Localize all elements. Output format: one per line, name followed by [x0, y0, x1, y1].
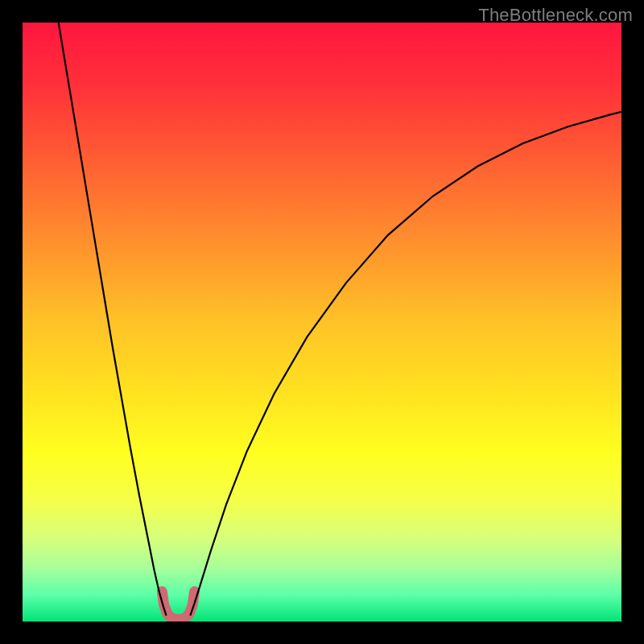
- plot-area: [23, 23, 621, 621]
- chart-frame: TheBottleneck.com: [0, 0, 644, 644]
- chart-svg: [23, 23, 621, 621]
- gradient-background: [23, 23, 621, 621]
- watermark-text: TheBottleneck.com: [478, 5, 633, 26]
